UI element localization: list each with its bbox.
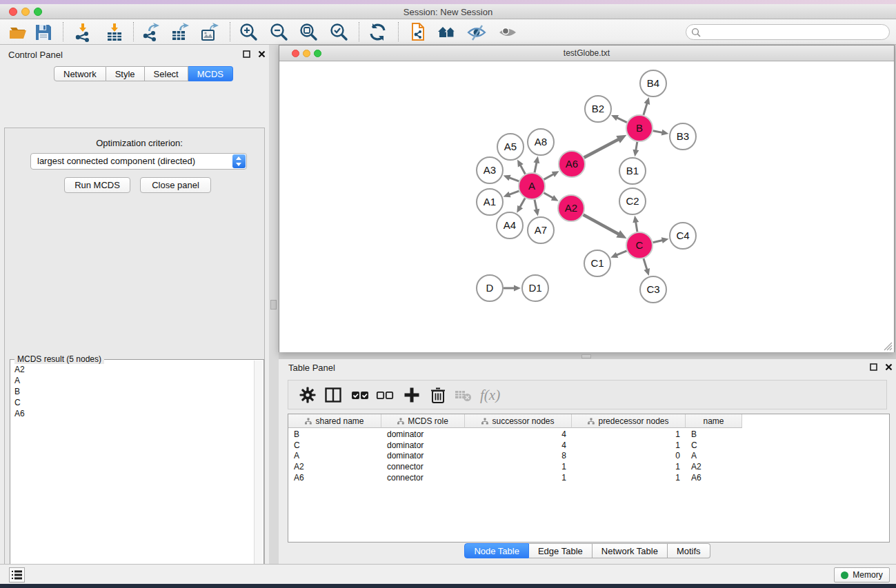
close-panel-icon[interactable] [885,363,893,371]
network-window-title: testGlobe.txt [279,48,894,58]
float-panel-icon[interactable] [243,50,250,58]
node-label-B4: B4 [647,77,659,89]
clone-network-icon[interactable] [407,22,428,43]
column-header-predecessor-nodes[interactable]: predecessor nodes [572,414,686,428]
close-panel-button[interactable]: Close panel [140,177,211,193]
edge-A-A1[interactable] [509,191,519,194]
edge-B-B4[interactable] [644,103,647,115]
divider-handle[interactable] [581,354,591,358]
search-icon [691,28,701,38]
network-graph[interactable]: B4B2BB3A5A8A6A3B1AA1C2A2A4A7C4CC1C3DD1 [279,62,894,352]
mcds-result-item[interactable]: A [12,375,252,386]
edge-A-A5[interactable] [520,165,525,174]
edge-arrowhead [533,209,539,216]
search-field[interactable] [686,24,890,40]
tab-motifs[interactable]: Motifs [668,543,710,558]
table-cell: A2 [288,462,381,473]
table-cell: 1 [465,462,572,473]
function-builder-icon[interactable]: f(x) [480,386,512,405]
refresh-icon[interactable] [368,22,388,43]
edge-A2-C[interactable] [584,215,619,234]
mcds-result-item[interactable]: B [12,386,252,397]
memory-button[interactable]: Memory [834,567,890,582]
save-session-icon[interactable] [33,22,54,43]
table-row[interactable]: Cdominator41C [288,440,889,452]
main-toolbar [0,19,896,45]
column-header-MCDS-role[interactable]: MCDS role [381,414,465,428]
zoom-selected-icon[interactable] [329,22,350,43]
edge-A-A8[interactable] [535,162,537,172]
split-columns-icon[interactable] [324,386,344,405]
edge-C-C1[interactable] [617,251,627,255]
edge-C-C4[interactable] [653,241,663,243]
hide-panels-eye-icon[interactable] [466,22,487,43]
result-scrollbar[interactable] [254,361,263,588]
edge-A-A4[interactable] [520,198,526,207]
table-row[interactable]: Adominator80A [288,451,889,462]
optimization-criterion-select[interactable]: largest connected component (directed) [30,153,247,170]
edge-B-B2[interactable] [617,118,627,123]
delete-column-trash-icon[interactable] [429,386,448,405]
edge-A6-B[interactable] [584,139,619,158]
deselect-all-icon[interactable] [376,386,395,405]
open-session-icon[interactable] [8,22,29,43]
node-label-A5: A5 [504,141,517,152]
settings-gear-icon[interactable] [299,386,318,405]
tab-edge-table[interactable]: Edge Table [529,543,593,558]
edge-C-C2[interactable] [636,222,637,232]
import-network-icon[interactable] [72,22,93,43]
network-window-titlebar[interactable]: testGlobe.txt [279,45,894,61]
resize-grip-icon[interactable] [884,342,893,351]
tab-mcds[interactable]: MCDS [188,66,233,81]
zoom-fit-icon[interactable] [299,22,319,43]
select-all-icon[interactable] [351,386,370,405]
tab-network-table[interactable]: Network Table [593,543,668,558]
export-network-icon[interactable] [140,22,161,43]
network-canvas[interactable]: B4B2BB3A5A8A6A3B1AA1C2A2A4A7C4CC1C3DD1 [279,62,894,352]
column-header-successor-nodes[interactable]: successor nodes [465,414,572,428]
home-layout-icon[interactable] [437,22,457,43]
add-column-icon[interactable] [403,386,422,405]
table-row[interactable]: A6connector11A6 [288,473,889,484]
edge-B-B3[interactable] [653,131,663,133]
column-header-name[interactable]: name [686,414,742,428]
mcds-result-list[interactable]: A2ABCA6 [12,364,252,419]
edge-B-B1[interactable] [636,142,637,151]
tab-node-table[interactable]: Node Table [464,543,529,558]
mcds-result-item[interactable]: A2 [12,364,252,375]
table-panel: Table Panel [279,359,896,564]
tab-network[interactable]: Network [54,66,106,81]
toolbar-separator [359,22,359,41]
table-body[interactable]: Bdominator41BCdominator41CAdominator80AA… [288,429,889,483]
panel-divider[interactable] [269,45,279,564]
edge-arrowhead [533,156,539,164]
close-panel-icon[interactable] [258,50,266,58]
mcds-result-item[interactable]: C [12,397,252,408]
export-table-icon[interactable] [170,22,190,43]
edge-A-A2[interactable] [544,193,552,199]
edge-A-A7[interactable] [535,200,537,210]
tab-style[interactable]: Style [106,66,145,81]
node-label-A8: A8 [535,136,547,148]
show-panels-eye-icon[interactable] [497,22,518,43]
search-input[interactable] [704,26,884,38]
table-panel-title: Table Panel [288,363,335,373]
table-row[interactable]: Bdominator41B [288,429,889,440]
tab-select[interactable]: Select [145,66,188,81]
run-mcds-button[interactable]: Run MCDS [64,177,130,193]
zoom-out-icon[interactable] [269,22,290,43]
delete-table-icon[interactable] [454,386,473,405]
import-table-icon[interactable] [104,22,125,43]
edge-A-A6[interactable] [544,174,554,179]
table-row[interactable]: A2connector11A2 [288,462,889,473]
task-history-button[interactable] [9,567,25,582]
column-header-shared-name[interactable]: shared name [288,414,381,428]
table-cell: dominator [381,451,465,462]
edge-C-C3[interactable] [644,258,647,270]
float-panel-icon[interactable] [870,363,877,371]
divider-handle[interactable] [270,300,277,310]
export-image-icon[interactable] [199,22,220,43]
edge-A-A3[interactable] [509,178,519,181]
zoom-in-icon[interactable] [239,22,259,43]
mcds-result-item[interactable]: A6 [12,408,252,419]
